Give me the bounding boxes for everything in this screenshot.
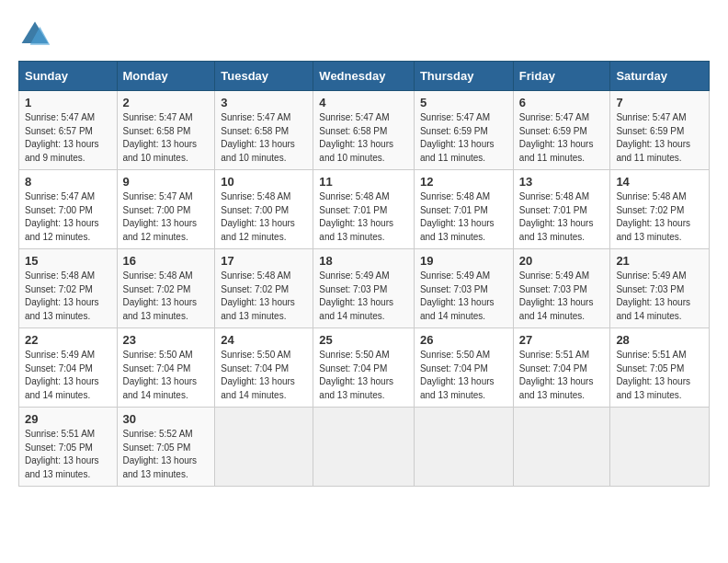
calendar-week: 22 Sunrise: 5:49 AM Sunset: 7:04 PM Dayl… — [19, 328, 710, 408]
day-info: Sunrise: 5:48 AM Sunset: 7:01 PM Dayligh… — [319, 190, 408, 244]
day-number: 9 — [123, 175, 210, 189]
day-number: 1 — [25, 96, 111, 109]
weekday-header: Monday — [117, 62, 215, 91]
day-info: Sunrise: 5:52 AM Sunset: 7:05 PM Dayligh… — [123, 428, 210, 481]
day-number: 23 — [123, 333, 210, 347]
calendar-cell: 1 Sunrise: 5:47 AM Sunset: 6:57 PM Dayli… — [19, 91, 118, 170]
day-number: 21 — [616, 254, 703, 268]
day-info: Sunrise: 5:49 AM Sunset: 7:03 PM Dayligh… — [319, 270, 408, 323]
day-info: Sunrise: 5:49 AM Sunset: 7:03 PM Dayligh… — [519, 270, 605, 323]
calendar-cell: 8 Sunrise: 5:47 AM Sunset: 7:00 PM Dayli… — [19, 170, 118, 249]
day-number: 26 — [420, 333, 507, 347]
day-info: Sunrise: 5:47 AM Sunset: 6:58 PM Dayligh… — [123, 111, 210, 165]
header — [18, 18, 710, 52]
day-info: Sunrise: 5:47 AM Sunset: 6:57 PM Dayligh… — [25, 111, 111, 165]
calendar-cell: 29 Sunrise: 5:51 AM Sunset: 7:05 PM Dayl… — [19, 408, 118, 487]
day-number: 13 — [519, 175, 605, 189]
calendar-cell: 30 Sunrise: 5:52 AM Sunset: 7:05 PM Dayl… — [117, 408, 215, 487]
day-number: 25 — [319, 333, 408, 347]
day-number: 22 — [25, 333, 111, 347]
day-info: Sunrise: 5:49 AM Sunset: 7:03 PM Dayligh… — [616, 270, 703, 323]
calendar-cell: 27 Sunrise: 5:51 AM Sunset: 7:04 PM Dayl… — [513, 328, 610, 408]
day-info: Sunrise: 5:51 AM Sunset: 7:05 PM Dayligh… — [25, 428, 111, 481]
day-number: 17 — [221, 254, 307, 268]
calendar-week: 29 Sunrise: 5:51 AM Sunset: 7:05 PM Dayl… — [19, 408, 710, 487]
day-number: 16 — [123, 254, 210, 268]
calendar-cell: 11 Sunrise: 5:48 AM Sunset: 7:01 PM Dayl… — [313, 170, 415, 249]
calendar-week: 15 Sunrise: 5:48 AM Sunset: 7:02 PM Dayl… — [19, 249, 710, 328]
calendar-cell: 14 Sunrise: 5:48 AM Sunset: 7:02 PM Dayl… — [610, 170, 710, 249]
day-info: Sunrise: 5:47 AM Sunset: 6:59 PM Dayligh… — [616, 111, 703, 165]
day-info: Sunrise: 5:51 AM Sunset: 7:04 PM Dayligh… — [519, 349, 605, 402]
calendar-cell: 28 Sunrise: 5:51 AM Sunset: 7:05 PM Dayl… — [610, 328, 710, 408]
calendar-cell: 17 Sunrise: 5:48 AM Sunset: 7:02 PM Dayl… — [215, 249, 313, 328]
day-info: Sunrise: 5:48 AM Sunset: 7:02 PM Dayligh… — [221, 270, 307, 323]
calendar-cell: 25 Sunrise: 5:50 AM Sunset: 7:04 PM Dayl… — [313, 328, 415, 408]
day-info: Sunrise: 5:50 AM Sunset: 7:04 PM Dayligh… — [221, 349, 307, 402]
calendar-cell: 26 Sunrise: 5:50 AM Sunset: 7:04 PM Dayl… — [414, 328, 513, 408]
calendar-cell: 22 Sunrise: 5:49 AM Sunset: 7:04 PM Dayl… — [19, 328, 118, 408]
day-number: 5 — [420, 96, 507, 109]
calendar-cell — [414, 408, 513, 487]
day-info: Sunrise: 5:48 AM Sunset: 7:01 PM Dayligh… — [420, 190, 507, 244]
calendar-cell: 23 Sunrise: 5:50 AM Sunset: 7:04 PM Dayl… — [117, 328, 215, 408]
calendar-cell: 10 Sunrise: 5:48 AM Sunset: 7:00 PM Dayl… — [215, 170, 313, 249]
day-number: 7 — [616, 96, 703, 109]
weekday-header: Friday — [513, 62, 610, 91]
calendar-cell: 3 Sunrise: 5:47 AM Sunset: 6:58 PM Dayli… — [215, 91, 313, 170]
day-info: Sunrise: 5:48 AM Sunset: 7:00 PM Dayligh… — [221, 190, 307, 244]
calendar-cell — [610, 408, 710, 487]
day-info: Sunrise: 5:48 AM Sunset: 7:02 PM Dayligh… — [123, 270, 210, 323]
weekday-header: Saturday — [610, 62, 710, 91]
day-number: 4 — [319, 96, 408, 109]
day-number: 20 — [519, 254, 605, 268]
weekday-header: Wednesday — [313, 62, 415, 91]
day-info: Sunrise: 5:47 AM Sunset: 6:58 PM Dayligh… — [319, 111, 408, 165]
day-info: Sunrise: 5:49 AM Sunset: 7:03 PM Dayligh… — [420, 270, 507, 323]
calendar-cell: 12 Sunrise: 5:48 AM Sunset: 7:01 PM Dayl… — [414, 170, 513, 249]
day-info: Sunrise: 5:50 AM Sunset: 7:04 PM Dayligh… — [420, 349, 507, 402]
day-info: Sunrise: 5:49 AM Sunset: 7:04 PM Dayligh… — [25, 349, 111, 402]
day-number: 15 — [25, 254, 111, 268]
calendar-cell: 19 Sunrise: 5:49 AM Sunset: 7:03 PM Dayl… — [414, 249, 513, 328]
day-number: 2 — [123, 96, 210, 109]
day-info: Sunrise: 5:47 AM Sunset: 6:58 PM Dayligh… — [221, 111, 307, 165]
day-info: Sunrise: 5:48 AM Sunset: 7:02 PM Dayligh… — [616, 190, 703, 244]
calendar-cell: 18 Sunrise: 5:49 AM Sunset: 7:03 PM Dayl… — [313, 249, 415, 328]
day-number: 14 — [616, 175, 703, 189]
logo-icon — [18, 18, 51, 52]
day-number: 11 — [319, 175, 408, 189]
weekday-header: Tuesday — [215, 62, 313, 91]
calendar-cell — [215, 408, 313, 487]
day-number: 8 — [25, 175, 111, 189]
day-info: Sunrise: 5:47 AM Sunset: 7:00 PM Dayligh… — [25, 190, 111, 244]
day-info: Sunrise: 5:47 AM Sunset: 7:00 PM Dayligh… — [123, 190, 210, 244]
calendar-cell: 4 Sunrise: 5:47 AM Sunset: 6:58 PM Dayli… — [313, 91, 415, 170]
calendar-cell: 13 Sunrise: 5:48 AM Sunset: 7:01 PM Dayl… — [513, 170, 610, 249]
day-number: 24 — [221, 333, 307, 347]
calendar-week: 1 Sunrise: 5:47 AM Sunset: 6:57 PM Dayli… — [19, 91, 710, 170]
day-info: Sunrise: 5:48 AM Sunset: 7:02 PM Dayligh… — [25, 270, 111, 323]
day-number: 28 — [616, 333, 703, 347]
weekday-header: Sunday — [19, 62, 118, 91]
day-info: Sunrise: 5:51 AM Sunset: 7:05 PM Dayligh… — [616, 349, 703, 402]
calendar-week: 8 Sunrise: 5:47 AM Sunset: 7:00 PM Dayli… — [19, 170, 710, 249]
logo — [18, 18, 57, 52]
calendar-header: SundayMondayTuesdayWednesdayThursdayFrid… — [19, 62, 710, 91]
day-number: 29 — [25, 412, 111, 426]
calendar-cell: 9 Sunrise: 5:47 AM Sunset: 7:00 PM Dayli… — [117, 170, 215, 249]
calendar-cell: 20 Sunrise: 5:49 AM Sunset: 7:03 PM Dayl… — [513, 249, 610, 328]
calendar-cell: 6 Sunrise: 5:47 AM Sunset: 6:59 PM Dayli… — [513, 91, 610, 170]
day-number: 3 — [221, 96, 307, 109]
day-info: Sunrise: 5:50 AM Sunset: 7:04 PM Dayligh… — [319, 349, 408, 402]
day-info: Sunrise: 5:47 AM Sunset: 6:59 PM Dayligh… — [420, 111, 507, 165]
calendar-cell: 2 Sunrise: 5:47 AM Sunset: 6:58 PM Dayli… — [117, 91, 215, 170]
calendar-cell: 21 Sunrise: 5:49 AM Sunset: 7:03 PM Dayl… — [610, 249, 710, 328]
day-number: 27 — [519, 333, 605, 347]
day-number: 6 — [519, 96, 605, 109]
day-number: 10 — [221, 175, 307, 189]
calendar-cell: 5 Sunrise: 5:47 AM Sunset: 6:59 PM Dayli… — [414, 91, 513, 170]
calendar-cell: 7 Sunrise: 5:47 AM Sunset: 6:59 PM Dayli… — [610, 91, 710, 170]
day-info: Sunrise: 5:48 AM Sunset: 7:01 PM Dayligh… — [519, 190, 605, 244]
calendar-cell: 16 Sunrise: 5:48 AM Sunset: 7:02 PM Dayl… — [117, 249, 215, 328]
